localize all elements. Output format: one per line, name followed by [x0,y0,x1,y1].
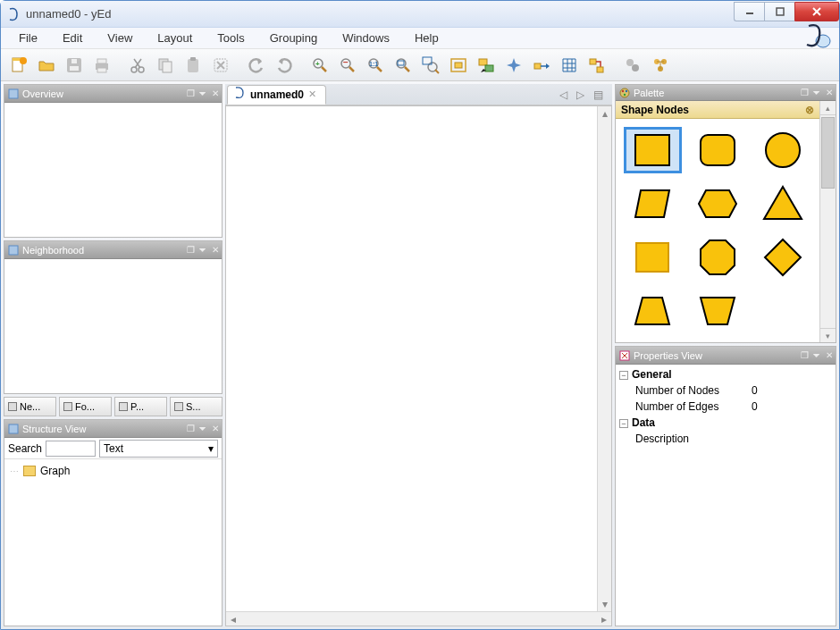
structure-panel: Structure View ❐ ⏷ ✕ Search Text ▾ [4,419,223,626]
window-minimize-button[interactable] [734,2,764,21]
zoom-fit-icon[interactable] [418,53,443,78]
scroll-left-icon[interactable]: ◂ [226,612,240,626]
scroll-down-icon[interactable]: ▾ [598,597,612,611]
structure-header[interactable]: Structure View ❐ ⏷ ✕ [4,420,222,438]
panel-undock-icon[interactable]: ❐ [184,88,197,100]
panel-close-icon[interactable]: ✕ [209,88,222,100]
shape-rectangle[interactable] [626,130,679,171]
panel-close-icon[interactable]: ✕ [823,87,836,99]
menu-help[interactable]: Help [404,28,449,48]
panel-undock-icon[interactable]: ❐ [798,349,811,362]
shape-trapezoid[interactable] [626,290,679,332]
palette-header[interactable]: Palette ❐ ⏷ ✕ [616,85,836,101]
shape-diamond[interactable] [756,237,809,278]
panel-pin-icon[interactable]: ⏷ [197,423,209,435]
left-tab-p[interactable]: P... [114,397,167,416]
panel-pin-icon[interactable]: ⏷ [811,87,823,99]
cut-icon[interactable] [125,53,150,78]
scroll-up-icon[interactable]: ▴ [820,101,836,115]
save-icon[interactable] [62,53,87,78]
shape-round-rectangle[interactable] [692,130,744,171]
structure-search-type-select[interactable]: Text ▾ [99,440,218,458]
zoom-out-icon[interactable]: − [335,53,360,78]
fit-selection-icon[interactable] [446,53,471,78]
orthogonal-icon[interactable] [584,53,609,78]
neighborhood-header[interactable]: Neighborhood ❐ ⏷ ✕ [4,241,222,259]
layout-apply-icon[interactable] [648,53,673,78]
scroll-right-icon[interactable]: ▸ [597,612,611,626]
document-tab[interactable]: unnamed0 ✕ [227,85,326,105]
shape-hexagon[interactable] [692,183,744,224]
snap-icon[interactable] [529,53,554,78]
zoom-in-icon[interactable]: + [307,53,332,78]
panel-pin-icon[interactable]: ⏷ [197,88,209,100]
menubar: File Edit View Layout Tools Grouping Win… [1,28,839,49]
shape-octagon[interactable] [692,237,744,278]
shape-parallelogram[interactable] [626,183,679,224]
shape-triangle[interactable] [756,183,809,224]
panel-close-icon[interactable]: ✕ [209,423,222,435]
print-icon[interactable] [89,53,114,78]
collapse-icon[interactable]: − [619,419,628,428]
menu-edit[interactable]: Edit [52,28,93,48]
left-tab-folder[interactable]: Fo... [59,397,112,416]
window-close-button[interactable] [794,2,839,21]
zoom-reset-icon[interactable]: 1:1 [363,53,388,78]
tab-list-icon[interactable]: ▤ [593,88,603,101]
panel-close-icon[interactable]: ✕ [823,349,836,362]
structure-tree[interactable]: ⋯ Graph [4,459,222,483]
palette-section-header[interactable]: Shape Nodes ⊗ [616,101,819,119]
collapse-icon[interactable]: − [619,371,628,380]
svg-point-67 [622,89,624,91]
shape-square-bevel[interactable] [626,237,679,278]
open-file-icon[interactable] [34,53,59,78]
copy-icon[interactable] [153,53,178,78]
panel-undock-icon[interactable]: ❐ [184,423,197,435]
scrollbar-thumb[interactable] [821,117,835,189]
menu-grouping[interactable]: Grouping [259,28,328,48]
scroll-down-icon[interactable]: ▾ [820,328,836,342]
structure-search-input[interactable] [46,441,96,457]
panel-undock-icon[interactable]: ❐ [798,87,811,99]
edit-mode-icon[interactable] [474,53,499,78]
undo-icon[interactable] [244,53,269,78]
palette-scrollbar[interactable]: ▴ ▾ [819,101,836,342]
new-file-icon[interactable] [6,53,31,78]
horizontal-scrollbar[interactable]: ◂ ▸ [226,611,611,626]
menu-view[interactable]: View [97,28,143,48]
delete-icon[interactable] [208,53,233,78]
left-tab-neighborhood[interactable]: Ne... [4,397,56,416]
collapse-section-icon[interactable]: ⊗ [805,104,814,116]
panel-close-icon[interactable]: ✕ [209,244,222,256]
overview-header[interactable]: Overview ❐ ⏷ ✕ [4,85,222,103]
properties-header[interactable]: Properties View ❐ ⏷ ✕ [616,347,836,365]
panel-undock-icon[interactable]: ❐ [184,244,197,256]
svg-point-7 [20,57,27,64]
tree-root-item[interactable]: ⋯ Graph [10,465,216,477]
redo-icon[interactable] [272,53,297,78]
next-tab-icon[interactable]: ▷ [576,88,584,101]
menu-tools[interactable]: Tools [206,28,255,48]
vertical-scrollbar[interactable]: ▴ ▾ [597,106,611,611]
panel-pin-icon[interactable]: ⏷ [811,349,823,362]
menu-windows[interactable]: Windows [332,28,400,48]
navigation-mode-icon[interactable] [501,53,526,78]
close-tab-icon[interactable]: ✕ [308,88,316,100]
previous-icon[interactable] [620,53,645,78]
paste-icon[interactable] [181,53,206,78]
prop-group-data[interactable]: −Data [619,415,832,431]
grid-icon[interactable] [557,53,582,78]
menu-layout[interactable]: Layout [147,28,203,48]
svg-rect-20 [188,59,198,72]
scroll-up-icon[interactable]: ▴ [598,106,612,121]
left-tab-s[interactable]: S... [170,397,223,416]
prev-tab-icon[interactable]: ◁ [559,88,567,101]
menu-file[interactable]: File [8,28,48,48]
shape-ellipse[interactable] [756,130,809,171]
graph-canvas[interactable]: ▴ ▾ ◂ ▸ [225,105,612,626]
shape-trapezoid-inverted[interactable] [692,290,744,332]
window-maximize-button[interactable] [764,2,794,21]
panel-pin-icon[interactable]: ⏷ [197,244,209,256]
zoom-area-icon[interactable] [391,53,416,78]
prop-group-general[interactable]: −General [619,366,832,382]
